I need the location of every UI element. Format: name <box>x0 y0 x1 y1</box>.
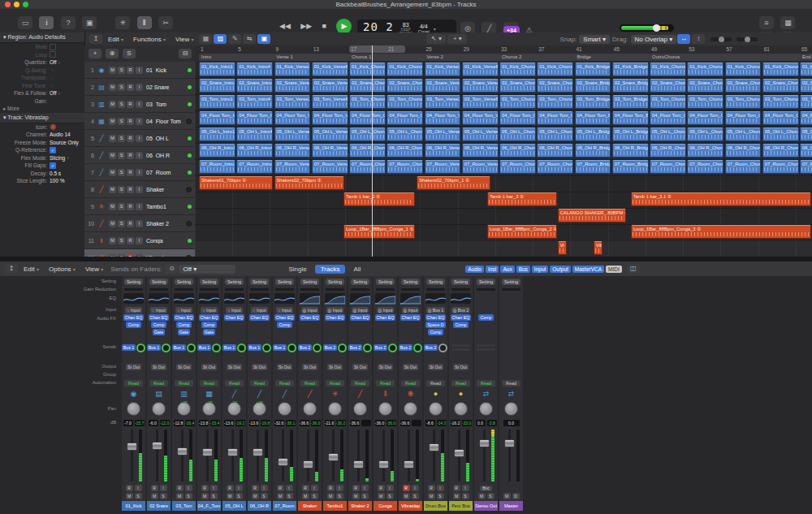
plugin-chan-eq[interactable]: Chan EQ <box>199 314 220 321</box>
inspector-param[interactable]: Fine Tune:↕ <box>0 82 84 90</box>
region[interactable]: 04_Floor Tom_Chorus <box>725 111 762 125</box>
rewind-button[interactable]: ◀◀ <box>279 19 291 33</box>
region[interactable]: 03_Tom_Chorus <box>687 95 723 109</box>
region[interactable]: 02_Snare_End <box>800 79 812 93</box>
input-button[interactable]: ◎ Input <box>352 307 369 313</box>
eq-thumbnail[interactable] <box>249 293 270 304</box>
solo-button[interactable]: S <box>135 493 142 499</box>
region[interactable]: 04_Floor Tom_Bridge3 <box>612 111 649 125</box>
mute-button[interactable]: M <box>302 493 309 499</box>
automation-mode-button[interactable]: Read <box>275 380 294 387</box>
s-button[interactable]: S <box>118 220 125 227</box>
region[interactable]: 06_OH R_Chorus <box>349 144 386 158</box>
send-knob[interactable] <box>413 343 422 352</box>
region[interactable]: 04_Floor Tom_Intro4 <box>236 111 273 125</box>
fader-cap[interactable] <box>152 442 162 450</box>
inspector-param[interactable]: Freeze Mode:Source Only <box>0 139 84 147</box>
plugin-chan-eq[interactable]: Chan EQ <box>375 314 396 321</box>
plugin-comp[interactable]: Comp <box>201 322 216 328</box>
arrangement-marker[interactable]: Bridge <box>575 54 651 61</box>
s-button[interactable]: S <box>118 152 125 159</box>
track-options-icon[interactable]: ⊕ <box>106 49 119 58</box>
arrangement-marker[interactable]: Chorus 2 <box>499 54 576 61</box>
region[interactable]: 04_Floor Tom_Verse6 <box>462 111 499 125</box>
track-row[interactable]: 11‖MSRIConga <box>84 232 195 249</box>
inspector-param[interactable]: Flex & Follow:Off↕ <box>0 89 84 97</box>
r-button[interactable]: R <box>127 135 134 142</box>
send-bus-button[interactable]: Bus 1 <box>172 344 187 351</box>
input-button[interactable]: ○ Input <box>226 307 242 313</box>
checkbox-checked[interactable]: ✓ <box>50 162 56 169</box>
plugin-comp[interactable]: Comp <box>151 322 166 328</box>
region[interactable]: Tamb 1 bar_3.1 ① <box>631 192 811 206</box>
plugin-chan-eq[interactable]: Chan EQ <box>325 314 346 321</box>
channel-strip[interactable]: Setting◎ InputChan EQBus 2St OutRead‖-36… <box>374 276 397 511</box>
region[interactable]: 01_Kick_Bridge <box>575 63 611 76</box>
send-bus-button[interactable]: Bus 1 <box>222 344 237 351</box>
input-monitor-button[interactable]: I <box>336 485 343 491</box>
mute-button[interactable]: M <box>252 493 259 499</box>
fader-cap[interactable] <box>202 448 213 456</box>
region[interactable]: 07_Room_Chorus <box>762 160 799 174</box>
region[interactable]: 03_Tom_Chorus <box>537 95 573 109</box>
automation-mode-button[interactable]: Read <box>477 380 495 387</box>
inspector-param[interactable]: Quantize:Off↕ <box>0 58 84 67</box>
record-enable-button[interactable]: R <box>176 485 184 491</box>
record-enable-button[interactable]: R <box>403 485 410 491</box>
plugin-comp[interactable]: Comp <box>176 322 191 328</box>
region[interactable]: 06_OH R_Verse2 <box>274 144 311 158</box>
inspector-param[interactable]: Mute <box>0 43 84 51</box>
region[interactable]: 06_OH R_Intro4 <box>236 144 273 158</box>
m-button[interactable]: M <box>109 101 116 108</box>
mute-button[interactable]: M <box>378 493 385 499</box>
region[interactable]: 07_Room_End <box>800 160 812 174</box>
input-button[interactable]: ◎ Input <box>377 307 395 313</box>
arrangement-marker[interactable]: Verse 1 <box>274 54 351 61</box>
region[interactable]: 03_Tom_Verse2 <box>425 95 461 109</box>
track-on-indicator[interactable] <box>188 205 192 209</box>
send-bus-button[interactable]: Bus 2 <box>399 344 413 351</box>
fader-cap[interactable] <box>227 448 238 456</box>
plugin-chan-eq[interactable]: Chan EQ <box>249 314 270 321</box>
region[interactable]: 01_Kick_Verse6 <box>462 63 499 76</box>
region[interactable]: 01_Kick_Verse6 <box>312 63 348 76</box>
input-button[interactable]: ○ Input <box>276 307 292 313</box>
input-monitor-button[interactable]: I <box>437 485 444 491</box>
s-button[interactable]: S <box>118 101 125 108</box>
input-monitor-button[interactable]: I <box>462 485 469 491</box>
bar-ruler[interactable]: 1591317212529333741454953576165IntroVers… <box>195 45 812 63</box>
region[interactable]: 05_OH L_Bridge <box>575 127 611 141</box>
plugin-chan-eq[interactable]: Chan EQ <box>149 314 170 321</box>
track-row[interactable]: 10╱MSRIShaker 2 <box>84 215 195 232</box>
input-monitor-button[interactable]: I <box>412 485 419 491</box>
region[interactable]: 05_OH L_Chorus <box>537 127 573 141</box>
mixer-undo-icon[interactable]: ↥ <box>5 264 18 274</box>
stepper-icon[interactable]: ↕ <box>58 60 61 65</box>
region[interactable]: 01_Kick_End <box>800 63 812 76</box>
eq-thumbnail[interactable] <box>123 293 144 304</box>
region[interactable]: 03_Tom_Verse6 <box>312 95 348 109</box>
i-button[interactable]: I <box>136 67 143 74</box>
i-button[interactable]: I <box>136 220 143 227</box>
inspector-more[interactable]: ▸ More <box>0 105 84 113</box>
region[interactable]: 05_OH L_Verse2 <box>274 127 311 141</box>
plugin-chan-eq[interactable]: Chan EQ <box>274 314 296 321</box>
channel-strip[interactable]: Setting○ InputChan EQCompGateBus 1St Out… <box>172 276 196 511</box>
m-button[interactable]: M <box>109 135 116 142</box>
power-icon[interactable]: ⊙ <box>165 264 178 274</box>
setting-button[interactable]: Setting <box>225 279 244 285</box>
region[interactable]: 01_Kick_Verse2 <box>425 63 461 76</box>
inspector-param[interactable]: Decay:0.5 s <box>0 170 84 178</box>
region[interactable]: 02_Snare_Chorus <box>650 79 686 93</box>
r-button[interactable]: R <box>127 169 134 176</box>
region[interactable]: 03_Tom_Intro4 <box>236 95 273 109</box>
output-button[interactable]: St Out <box>176 364 192 370</box>
arrangement-marker[interactable]: Chorus 1 <box>349 54 425 61</box>
region[interactable]: Loop_1Bar_88Bpm_Conga_1 ① <box>343 225 415 239</box>
plugin-chan-eq[interactable]: Chan EQ <box>123 314 145 321</box>
send-knob[interactable] <box>237 343 246 352</box>
region[interactable]: 02_Snare_Chorus <box>349 79 386 93</box>
plugin-chan-eq[interactable]: Chan EQ <box>425 314 447 321</box>
solo-button[interactable]: S <box>185 493 192 499</box>
send-knob[interactable] <box>262 343 271 352</box>
